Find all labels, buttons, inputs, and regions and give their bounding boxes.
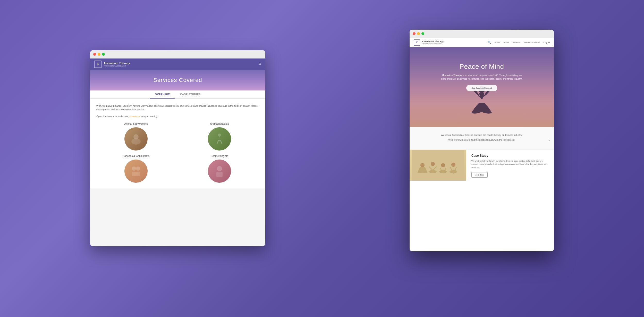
back-intro-text2: If you don't see your trade here, contac…	[96, 115, 259, 118]
back-navbar: K Alternative Therapy Professional Assoc…	[90, 59, 265, 70]
tab-case-studies[interactable]: CASE STUDIES	[175, 90, 206, 99]
service-coach: Coaches & Consultants	[96, 155, 176, 183]
window-front: ≡ K Alternative Therapy Professional Ass…	[410, 30, 554, 251]
dot-minimize-back[interactable]	[98, 53, 100, 56]
case-study-text: We work side by side with our clients. S…	[471, 160, 549, 169]
window-dots-front	[413, 32, 424, 35]
case-study-section: Case Study We work side by side with our…	[410, 149, 554, 182]
back-brand-sub: Professional Association	[104, 65, 130, 67]
window-chrome-front: ≡	[410, 30, 554, 38]
scene: K Alternative Therapy Professional Assoc…	[90, 30, 554, 287]
svg-rect-6	[136, 172, 140, 176]
window-dots-back	[93, 53, 105, 56]
section-text1: We insure hundreds of types of works in …	[417, 133, 546, 137]
service-cosmet-circle	[208, 160, 231, 183]
service-aroma-circle	[208, 127, 231, 151]
back-brand-name: Alternative Therapy	[104, 62, 130, 65]
service-animal-label: Animal Bodyworkers	[124, 122, 148, 125]
section-text2: We'll work with you to find the best pac…	[417, 138, 546, 142]
service-coach-label: Coaches & Consultants	[123, 155, 150, 157]
dot-maximize-back[interactable]	[102, 53, 105, 56]
svg-point-15	[431, 162, 435, 166]
svg-point-4	[136, 166, 140, 171]
dot-minimize-front[interactable]	[417, 32, 420, 35]
service-aroma-label: Aromatherapists	[210, 122, 229, 125]
back-hero-title: Services Covered	[153, 77, 202, 84]
front-brand-name: Alternative Therapy	[422, 40, 444, 43]
nav-login[interactable]: Log In	[544, 41, 550, 44]
back-hero: Services Covered	[90, 70, 265, 90]
hero-desc: Alternative Therapy is an insurance comp…	[440, 74, 523, 81]
front-search-icon[interactable]: 🔍	[488, 41, 491, 44]
dot-close-back[interactable]	[93, 53, 96, 56]
back-search-icon[interactable]: ⚲	[259, 62, 261, 66]
more-detail-button[interactable]: More detail	[471, 172, 488, 178]
dot-maximize-front[interactable]	[421, 32, 424, 35]
service-aroma: Aromatherapists	[180, 122, 259, 151]
svg-point-19	[451, 163, 455, 167]
back-content: With Alternative Balance, you don't have…	[90, 99, 265, 188]
svg-rect-11	[412, 150, 464, 181]
front-navbar: K Alternative Therapy Professional Assoc…	[410, 38, 554, 47]
front-hero: Peace of Mind Alternative Therapy is an …	[410, 47, 554, 127]
window-back: K Alternative Therapy Professional Assoc…	[90, 50, 265, 246]
services-grid: Animal Bodyworkers Aromatherapists	[96, 122, 259, 183]
svg-rect-8	[216, 172, 223, 177]
case-study-title: Case Study	[471, 154, 549, 157]
back-intro-text: With Alternative Balance, you don't have…	[96, 104, 259, 112]
case-study-image	[410, 150, 466, 181]
front-logo-box: K	[414, 39, 420, 46]
svg-point-3	[132, 166, 136, 171]
service-cosmet: Cosmetologists	[180, 155, 259, 183]
svg-point-7	[217, 166, 222, 171]
dot-close-front[interactable]	[413, 32, 416, 35]
service-animal-circle	[124, 127, 148, 151]
svg-point-17	[441, 163, 445, 167]
contact-link[interactable]: contact us	[130, 115, 140, 118]
svg-point-13	[420, 163, 425, 167]
back-tabs: OVERVIEW CASE STUDIES	[90, 90, 265, 99]
see-services-button[interactable]: See Services Covered	[466, 85, 497, 91]
service-coach-circle	[124, 160, 148, 183]
svg-point-1	[133, 134, 139, 139]
window-chrome-back	[90, 50, 265, 59]
back-logo-box: K	[94, 61, 101, 68]
front-nav-links: 🔍 Home About Benefits Services Covered L…	[488, 41, 550, 44]
nav-services-covered[interactable]: Services Covered	[524, 41, 540, 44]
service-animal: Animal Bodyworkers	[96, 122, 176, 151]
case-study-content: Case Study We work side by side with our…	[466, 150, 554, 182]
svg-point-2	[218, 134, 221, 137]
service-cosmet-label: Cosmetologists	[211, 155, 228, 157]
front-brand-sub: Professional Association	[422, 43, 444, 45]
front-brand: K Alternative Therapy Professional Assoc…	[414, 39, 444, 46]
hero-text-block: Peace of Mind Alternative Therapy is an …	[440, 63, 523, 91]
svg-rect-5	[132, 172, 136, 176]
menu-icon: ≡	[548, 139, 550, 142]
hero-title: Peace of Mind	[440, 63, 523, 71]
front-info-section: We insure hundreds of types of works in …	[410, 127, 554, 149]
back-brand: K Alternative Therapy Professional Assoc…	[94, 61, 130, 68]
nav-about[interactable]: About	[504, 41, 509, 44]
nav-home[interactable]: Home	[495, 41, 500, 44]
tab-overview[interactable]: OVERVIEW	[150, 90, 175, 99]
nav-benefits[interactable]: Benefits	[513, 41, 520, 44]
